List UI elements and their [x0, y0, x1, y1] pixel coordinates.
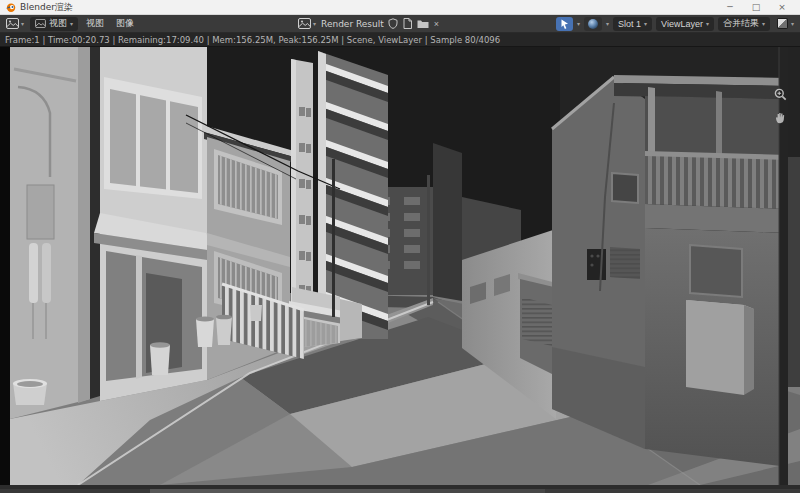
right-house: [552, 75, 788, 467]
image-editor-header: ▾ 视图 ▾ 视图 图像 ▾ Render Result: [0, 15, 800, 33]
menu-view[interactable]: 视图: [82, 17, 108, 30]
cursor-arrow-icon: [559, 18, 570, 30]
window-title: Blender渲染: [20, 1, 73, 14]
chevron-down-icon: ▾: [644, 21, 647, 27]
file-icon: [403, 18, 412, 29]
hand-icon: [774, 111, 786, 124]
window-bottom-edge: [0, 485, 800, 493]
image-icon: [298, 18, 311, 29]
image-name: Render Result: [321, 19, 384, 29]
chevron-down-icon: ▾: [21, 21, 24, 27]
image-icon: [35, 19, 46, 28]
render-result-image: [0, 47, 800, 485]
chevron-down-icon[interactable]: ▾: [577, 21, 580, 27]
zoom-control[interactable]: [773, 87, 787, 101]
chevron-down-icon: ▾: [313, 21, 316, 27]
menu-image[interactable]: 图像: [112, 17, 138, 30]
color-alpha-icon: [776, 17, 789, 30]
blender-logo-icon: [5, 2, 16, 13]
minimize-button[interactable]: ─: [717, 0, 743, 14]
chevron-down-icon: ▾: [762, 21, 765, 27]
chevron-down-icon: ▾: [70, 21, 73, 27]
view-layer-label: ViewLayer: [661, 19, 703, 29]
pan-control[interactable]: [773, 110, 787, 124]
display-channels-button[interactable]: ▾: [774, 16, 796, 31]
render-status-bar: Frame:1 | Time:00:20.73 | Remaining:17:0…: [0, 33, 800, 47]
taskbar-sliver: [0, 489, 800, 493]
browse-image-dropdown[interactable]: ▾: [296, 17, 318, 30]
titlebar: Blender渲染 ─ □ ×: [0, 0, 800, 15]
shield-icon: [388, 18, 398, 29]
render-pass-label: 合并结果: [723, 17, 759, 30]
open-image-button[interactable]: [416, 19, 430, 29]
mode-dropdown[interactable]: 视图 ▾: [30, 17, 78, 31]
close-button[interactable]: ×: [769, 0, 795, 14]
chevron-down-icon: ▾: [791, 21, 794, 27]
render-stats-text: Frame:1 | Time:00:20.73 | Remaining:17:0…: [5, 35, 500, 45]
view-navigation-gizmos: [773, 87, 787, 124]
display-mode-button[interactable]: [584, 17, 602, 31]
image-editor-icon: [6, 18, 19, 29]
close-icon: ×: [434, 19, 439, 29]
image-datablock-selector: ▾ Render Result ×: [296, 17, 440, 30]
folder-icon: [417, 19, 429, 29]
gizmo-toggle-button[interactable]: [556, 17, 573, 31]
render-pass-dropdown[interactable]: 合并结果 ▾: [718, 17, 770, 31]
pin-button[interactable]: [387, 18, 399, 29]
editor-type-dropdown[interactable]: ▾: [4, 17, 26, 30]
slot-dropdown[interactable]: Slot 1 ▾: [613, 17, 652, 31]
slot-label: Slot 1: [618, 19, 641, 29]
render-viewport[interactable]: [0, 47, 800, 485]
blender-render-window: Blender渲染 ─ □ × ▾ 视图 ▾ 视图 图像: [0, 0, 800, 493]
render-border-left: [0, 47, 10, 485]
window-controls: ─ □ ×: [717, 0, 795, 14]
unlink-button[interactable]: ×: [433, 19, 440, 29]
maximize-button[interactable]: □: [743, 0, 769, 14]
chevron-down-icon[interactable]: ▾: [606, 21, 609, 27]
magnifier-icon: [774, 88, 787, 101]
new-image-button[interactable]: [402, 18, 413, 29]
chevron-down-icon: ▾: [706, 21, 709, 27]
sphere-icon: [587, 18, 599, 30]
view-layer-dropdown[interactable]: ViewLayer ▾: [656, 17, 714, 31]
mode-label: 视图: [49, 17, 67, 30]
